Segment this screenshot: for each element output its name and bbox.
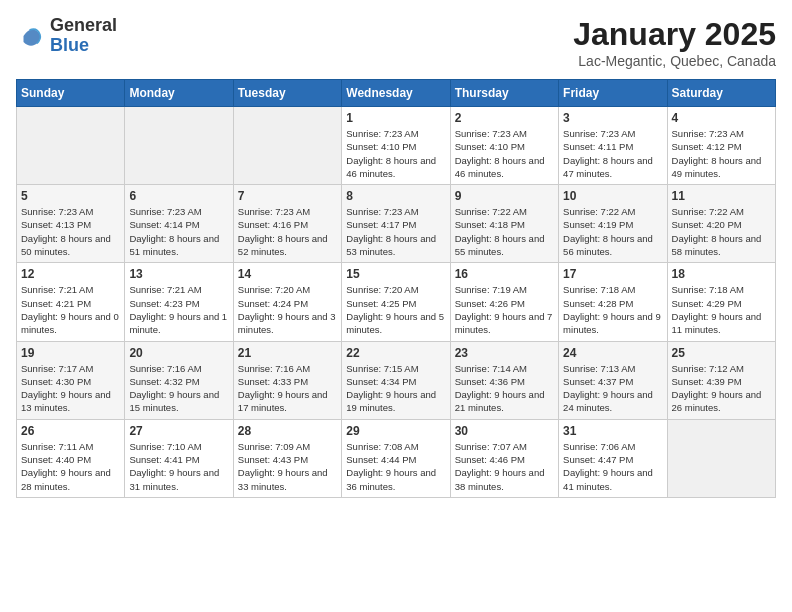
day-number: 23 <box>455 346 554 360</box>
day-cell: 4Sunrise: 7:23 AM Sunset: 4:12 PM Daylig… <box>667 107 775 185</box>
header-friday: Friday <box>559 80 667 107</box>
day-cell <box>233 107 341 185</box>
day-number: 28 <box>238 424 337 438</box>
calendar-body: 1Sunrise: 7:23 AM Sunset: 4:10 PM Daylig… <box>17 107 776 498</box>
week-row-5: 26Sunrise: 7:11 AM Sunset: 4:40 PM Dayli… <box>17 419 776 497</box>
week-row-2: 5Sunrise: 7:23 AM Sunset: 4:13 PM Daylig… <box>17 185 776 263</box>
logo-text: General Blue <box>50 16 117 56</box>
header-monday: Monday <box>125 80 233 107</box>
day-cell: 12Sunrise: 7:21 AM Sunset: 4:21 PM Dayli… <box>17 263 125 341</box>
day-info: Sunrise: 7:15 AM Sunset: 4:34 PM Dayligh… <box>346 362 445 415</box>
day-cell: 31Sunrise: 7:06 AM Sunset: 4:47 PM Dayli… <box>559 419 667 497</box>
day-info: Sunrise: 7:11 AM Sunset: 4:40 PM Dayligh… <box>21 440 120 493</box>
day-info: Sunrise: 7:18 AM Sunset: 4:28 PM Dayligh… <box>563 283 662 336</box>
day-number: 25 <box>672 346 771 360</box>
day-info: Sunrise: 7:21 AM Sunset: 4:23 PM Dayligh… <box>129 283 228 336</box>
day-info: Sunrise: 7:23 AM Sunset: 4:12 PM Dayligh… <box>672 127 771 180</box>
day-number: 24 <box>563 346 662 360</box>
header-tuesday: Tuesday <box>233 80 341 107</box>
day-cell: 5Sunrise: 7:23 AM Sunset: 4:13 PM Daylig… <box>17 185 125 263</box>
day-number: 27 <box>129 424 228 438</box>
day-info: Sunrise: 7:23 AM Sunset: 4:17 PM Dayligh… <box>346 205 445 258</box>
day-cell: 8Sunrise: 7:23 AM Sunset: 4:17 PM Daylig… <box>342 185 450 263</box>
day-info: Sunrise: 7:16 AM Sunset: 4:33 PM Dayligh… <box>238 362 337 415</box>
header-saturday: Saturday <box>667 80 775 107</box>
day-number: 26 <box>21 424 120 438</box>
day-number: 9 <box>455 189 554 203</box>
day-number: 2 <box>455 111 554 125</box>
day-number: 7 <box>238 189 337 203</box>
day-number: 3 <box>563 111 662 125</box>
day-number: 16 <box>455 267 554 281</box>
day-info: Sunrise: 7:17 AM Sunset: 4:30 PM Dayligh… <box>21 362 120 415</box>
month-title: January 2025 <box>573 16 776 53</box>
day-number: 18 <box>672 267 771 281</box>
day-info: Sunrise: 7:23 AM Sunset: 4:10 PM Dayligh… <box>455 127 554 180</box>
day-cell: 6Sunrise: 7:23 AM Sunset: 4:14 PM Daylig… <box>125 185 233 263</box>
day-number: 8 <box>346 189 445 203</box>
day-info: Sunrise: 7:22 AM Sunset: 4:18 PM Dayligh… <box>455 205 554 258</box>
header-row: SundayMondayTuesdayWednesdayThursdayFrid… <box>17 80 776 107</box>
logo-general-text: General <box>50 16 117 36</box>
day-info: Sunrise: 7:13 AM Sunset: 4:37 PM Dayligh… <box>563 362 662 415</box>
header-thursday: Thursday <box>450 80 558 107</box>
day-cell: 29Sunrise: 7:08 AM Sunset: 4:44 PM Dayli… <box>342 419 450 497</box>
day-number: 1 <box>346 111 445 125</box>
header-wednesday: Wednesday <box>342 80 450 107</box>
day-number: 30 <box>455 424 554 438</box>
day-number: 22 <box>346 346 445 360</box>
day-cell: 9Sunrise: 7:22 AM Sunset: 4:18 PM Daylig… <box>450 185 558 263</box>
day-cell: 19Sunrise: 7:17 AM Sunset: 4:30 PM Dayli… <box>17 341 125 419</box>
day-number: 12 <box>21 267 120 281</box>
day-cell: 23Sunrise: 7:14 AM Sunset: 4:36 PM Dayli… <box>450 341 558 419</box>
week-row-1: 1Sunrise: 7:23 AM Sunset: 4:10 PM Daylig… <box>17 107 776 185</box>
title-block: January 2025 Lac-Megantic, Quebec, Canad… <box>573 16 776 69</box>
day-info: Sunrise: 7:22 AM Sunset: 4:19 PM Dayligh… <box>563 205 662 258</box>
day-cell: 17Sunrise: 7:18 AM Sunset: 4:28 PM Dayli… <box>559 263 667 341</box>
page-header: General Blue January 2025 Lac-Megantic, … <box>16 16 776 69</box>
calendar-header: SundayMondayTuesdayWednesdayThursdayFrid… <box>17 80 776 107</box>
day-info: Sunrise: 7:21 AM Sunset: 4:21 PM Dayligh… <box>21 283 120 336</box>
day-cell <box>125 107 233 185</box>
day-cell: 7Sunrise: 7:23 AM Sunset: 4:16 PM Daylig… <box>233 185 341 263</box>
day-info: Sunrise: 7:18 AM Sunset: 4:29 PM Dayligh… <box>672 283 771 336</box>
day-info: Sunrise: 7:20 AM Sunset: 4:24 PM Dayligh… <box>238 283 337 336</box>
logo-icon <box>16 21 46 51</box>
logo: General Blue <box>16 16 117 56</box>
day-info: Sunrise: 7:23 AM Sunset: 4:11 PM Dayligh… <box>563 127 662 180</box>
day-cell: 3Sunrise: 7:23 AM Sunset: 4:11 PM Daylig… <box>559 107 667 185</box>
day-info: Sunrise: 7:19 AM Sunset: 4:26 PM Dayligh… <box>455 283 554 336</box>
day-info: Sunrise: 7:07 AM Sunset: 4:46 PM Dayligh… <box>455 440 554 493</box>
day-number: 15 <box>346 267 445 281</box>
day-cell <box>667 419 775 497</box>
day-info: Sunrise: 7:16 AM Sunset: 4:32 PM Dayligh… <box>129 362 228 415</box>
header-sunday: Sunday <box>17 80 125 107</box>
day-info: Sunrise: 7:23 AM Sunset: 4:13 PM Dayligh… <box>21 205 120 258</box>
day-number: 31 <box>563 424 662 438</box>
day-number: 4 <box>672 111 771 125</box>
day-number: 10 <box>563 189 662 203</box>
day-cell: 2Sunrise: 7:23 AM Sunset: 4:10 PM Daylig… <box>450 107 558 185</box>
day-cell: 20Sunrise: 7:16 AM Sunset: 4:32 PM Dayli… <box>125 341 233 419</box>
day-number: 29 <box>346 424 445 438</box>
day-cell: 11Sunrise: 7:22 AM Sunset: 4:20 PM Dayli… <box>667 185 775 263</box>
day-number: 13 <box>129 267 228 281</box>
calendar: SundayMondayTuesdayWednesdayThursdayFrid… <box>16 79 776 498</box>
day-cell: 22Sunrise: 7:15 AM Sunset: 4:34 PM Dayli… <box>342 341 450 419</box>
day-cell: 25Sunrise: 7:12 AM Sunset: 4:39 PM Dayli… <box>667 341 775 419</box>
day-cell: 21Sunrise: 7:16 AM Sunset: 4:33 PM Dayli… <box>233 341 341 419</box>
day-number: 17 <box>563 267 662 281</box>
day-cell: 30Sunrise: 7:07 AM Sunset: 4:46 PM Dayli… <box>450 419 558 497</box>
day-cell: 1Sunrise: 7:23 AM Sunset: 4:10 PM Daylig… <box>342 107 450 185</box>
day-number: 14 <box>238 267 337 281</box>
logo-blue-text: Blue <box>50 36 117 56</box>
day-info: Sunrise: 7:22 AM Sunset: 4:20 PM Dayligh… <box>672 205 771 258</box>
day-info: Sunrise: 7:09 AM Sunset: 4:43 PM Dayligh… <box>238 440 337 493</box>
location: Lac-Megantic, Quebec, Canada <box>573 53 776 69</box>
day-cell: 13Sunrise: 7:21 AM Sunset: 4:23 PM Dayli… <box>125 263 233 341</box>
day-cell: 15Sunrise: 7:20 AM Sunset: 4:25 PM Dayli… <box>342 263 450 341</box>
day-info: Sunrise: 7:23 AM Sunset: 4:14 PM Dayligh… <box>129 205 228 258</box>
week-row-3: 12Sunrise: 7:21 AM Sunset: 4:21 PM Dayli… <box>17 263 776 341</box>
day-info: Sunrise: 7:12 AM Sunset: 4:39 PM Dayligh… <box>672 362 771 415</box>
week-row-4: 19Sunrise: 7:17 AM Sunset: 4:30 PM Dayli… <box>17 341 776 419</box>
